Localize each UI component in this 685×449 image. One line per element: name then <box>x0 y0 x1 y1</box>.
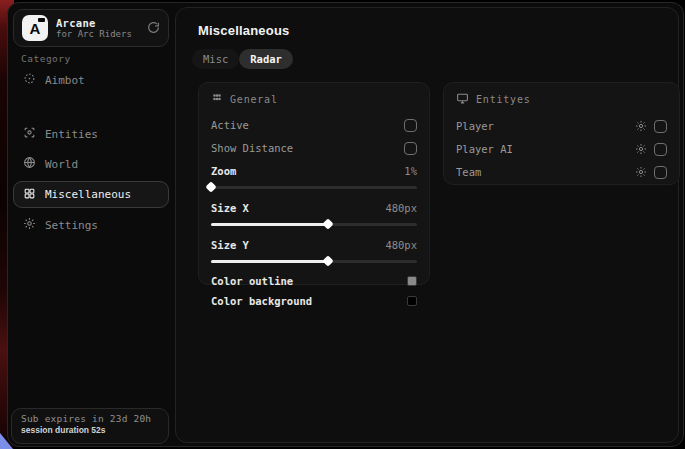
scan-icon <box>23 126 36 142</box>
sidebar-item-label: World <box>45 158 78 171</box>
screen: { "app": { "name": "Arcane", "subtitle":… <box>0 0 685 449</box>
entities-panel: Entityes Player Player AI <box>443 82 680 185</box>
sub-expiry-text: Sub expires in 23d 20h <box>21 413 159 424</box>
app-subtitle: for Arc Riders <box>56 29 139 39</box>
tab-misc[interactable]: Misc <box>192 49 239 69</box>
tab-bar: Misc Radar <box>192 49 293 69</box>
sidebar-item-miscellaneous[interactable]: Miscellaneous <box>13 181 169 208</box>
app-name: Arcane <box>56 17 139 29</box>
zoom-slider-thumb[interactable] <box>205 181 216 192</box>
size-x-slider-thumb[interactable] <box>323 218 334 229</box>
sidebar-item-label: Miscellaneous <box>45 188 131 201</box>
sidebar-item-aimbot[interactable]: Aimbot <box>13 67 169 93</box>
color-outline-swatch[interactable] <box>407 276 417 286</box>
color-background-swatch[interactable] <box>407 296 417 306</box>
size-y-label: Size Y <box>211 239 249 251</box>
entity-row-player-ai: Player AI <box>456 139 667 159</box>
main-panel: Miscellaneous Misc Radar General Active <box>175 7 679 443</box>
gear-icon <box>23 217 36 233</box>
general-panel-title: General <box>230 94 278 105</box>
sidebar-item-label: Settings <box>45 219 98 232</box>
category-label: Category <box>21 53 71 64</box>
size-y-value: 480px <box>385 239 417 251</box>
color-outline-label: Color outline <box>211 275 293 287</box>
entity-row-team: Team <box>456 162 667 182</box>
subscription-card: Sub expires in 23d 20h session duration … <box>11 408 169 444</box>
team-settings-gear-icon[interactable] <box>635 166 647 178</box>
setting-row-color-background: Color background <box>211 292 417 309</box>
sidebar-item-label: Entities <box>45 128 98 141</box>
setting-row-zoom: Zoom 1% <box>211 161 417 181</box>
app-header-card: A Arcane for Arc Riders <box>13 9 169 47</box>
setting-row-size-x: Size X 480px <box>211 198 417 218</box>
team-label: Team <box>456 166 481 178</box>
entities-panel-title: Entityes <box>476 94 531 105</box>
active-checkbox[interactable] <box>404 119 417 132</box>
app-logo: A <box>22 15 48 41</box>
zoom-slider[interactable] <box>211 186 417 189</box>
globe-icon <box>23 156 36 172</box>
app-window: A Arcane for Arc Riders Category Aimbot <box>7 2 684 447</box>
setting-row-active: Active <box>211 115 417 135</box>
size-y-slider-thumb[interactable] <box>323 255 334 266</box>
general-panel: General Active Show Distance Zoom 1% Siz… <box>198 82 430 285</box>
monitor-icon <box>456 92 469 107</box>
crosshair-icon <box>23 72 36 88</box>
size-x-value: 480px <box>385 202 417 214</box>
player-settings-gear-icon[interactable] <box>635 120 647 132</box>
team-checkbox[interactable] <box>654 166 667 179</box>
show-distance-checkbox[interactable] <box>404 142 417 155</box>
setting-row-size-y: Size Y 480px <box>211 235 417 255</box>
active-label: Active <box>211 119 249 131</box>
grid-icon <box>23 187 36 203</box>
setting-row-show-distance: Show Distance <box>211 138 417 158</box>
player-checkbox[interactable] <box>654 120 667 133</box>
tab-radar[interactable]: Radar <box>239 49 293 69</box>
player-ai-settings-gear-icon[interactable] <box>635 143 647 155</box>
sidebar-item-settings[interactable]: Settings <box>13 212 169 238</box>
setting-row-color-outline: Color outline <box>211 272 417 289</box>
entity-row-player: Player <box>456 116 667 136</box>
page-title: Miscellaneous <box>198 23 289 38</box>
sync-icon[interactable] <box>147 19 160 38</box>
session-duration-text: session duration 52s <box>21 425 159 435</box>
sidebar-item-label: Aimbot <box>45 74 85 87</box>
player-label: Player <box>456 120 494 132</box>
size-x-label: Size X <box>211 202 249 214</box>
zoom-label: Zoom <box>211 165 236 177</box>
sliders-icon <box>211 92 223 106</box>
show-distance-label: Show Distance <box>211 142 293 154</box>
color-background-label: Color background <box>211 295 312 307</box>
size-x-slider[interactable] <box>211 223 417 226</box>
player-ai-checkbox[interactable] <box>654 143 667 156</box>
sidebar-nav: Aimbot Entities World <box>13 67 169 240</box>
player-ai-label: Player AI <box>456 143 513 155</box>
zoom-value: 1% <box>404 165 417 177</box>
sidebar-item-world[interactable]: World <box>13 151 169 177</box>
sidebar-item-entities[interactable]: Entities <box>13 121 169 147</box>
size-y-slider[interactable] <box>211 260 417 263</box>
